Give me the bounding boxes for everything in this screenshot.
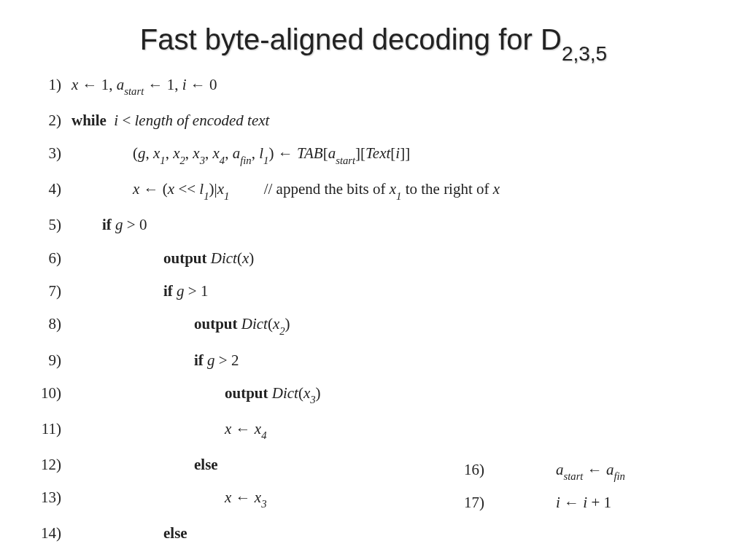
line-number: 11)	[29, 419, 61, 439]
line-number: 4)	[29, 179, 61, 199]
line-content: astart ← afin	[495, 461, 625, 481]
algo-line: 4)x ← (x << l1)|x1 // append the bits of…	[29, 179, 718, 202]
line-content: output Dict(x)	[71, 248, 254, 268]
algo-line: 16)astart ← afin	[452, 461, 625, 481]
algo-line: 5)if g > 0	[29, 214, 718, 235]
line-content: x ← (x << l1)|x1 // append the bits of x…	[71, 179, 500, 202]
line-content: output Dict(x2)	[71, 314, 290, 337]
algo-line: 11)x ← x4	[29, 419, 718, 442]
line-content: else	[71, 523, 187, 543]
line-content: if g > 1	[71, 281, 208, 301]
algo-line: 6)output Dict(x)	[29, 248, 718, 268]
line-content: else	[71, 454, 218, 475]
line-content: output Dict(x3)	[71, 383, 321, 406]
algo-line: 17)i ← i + 1	[452, 494, 625, 512]
algo-line: 3)(g, x1, x2, x3, x4, afin, l1) ← TAB[as…	[29, 143, 718, 166]
line-number: 2)	[29, 110, 61, 131]
line-number: 5)	[29, 214, 61, 235]
line-number: 17)	[452, 494, 484, 512]
line-number: 16)	[452, 461, 484, 479]
algo-line: 2)while i < length of encoded text	[29, 110, 718, 131]
line-content: x ← 1, astart ← 1, i ← 0	[71, 74, 217, 98]
line-content: x ← x3	[71, 487, 267, 510]
line-number: 14)	[29, 523, 61, 543]
line-content: (g, x1, x2, x3, x4, afin, l1) ← TAB[asta…	[71, 143, 410, 166]
line-number: 8)	[29, 314, 61, 334]
algo-line: 14)else	[29, 523, 718, 543]
algo-line: 10)output Dict(x3)	[29, 383, 718, 406]
line-number: 9)	[29, 350, 61, 370]
slide: Fast byte-aligned decoding for D2,3,5 1)…	[0, 0, 747, 560]
line-number: 12)	[29, 454, 61, 475]
algo-line: 9)if g > 2	[29, 350, 718, 370]
line-content: x ← x4	[71, 419, 267, 442]
algo-line: 8)output Dict(x2)	[29, 314, 718, 337]
title-subscript: 2,3,5	[562, 42, 607, 65]
line-content: if g > 2	[71, 350, 239, 370]
algo-line: 15)x ← x2	[29, 556, 718, 560]
line-number: 10)	[29, 383, 61, 403]
line-number: 13)	[29, 487, 61, 508]
line-number: 6)	[29, 248, 61, 268]
line-content: i ← i + 1	[495, 494, 611, 512]
line-number: 3)	[29, 143, 61, 163]
line-number: 1)	[29, 74, 61, 95]
line-number: 15)	[29, 556, 61, 560]
title-main: Fast byte-aligned decoding for D	[140, 23, 562, 55]
line-content: x ← x2	[71, 556, 236, 560]
algo-line: 7)if g > 1	[29, 281, 718, 301]
line-content: while i < length of encoded text	[71, 110, 269, 131]
line-number: 7)	[29, 281, 61, 301]
algorithm-side-block: 16)astart ← afin17)i ← i + 1	[452, 461, 625, 524]
line-content: if g > 0	[71, 214, 147, 235]
slide-title: Fast byte-aligned decoding for D2,3,5	[29, 23, 718, 61]
algo-line: 1)x ← 1, astart ← 1, i ← 0	[29, 74, 718, 98]
